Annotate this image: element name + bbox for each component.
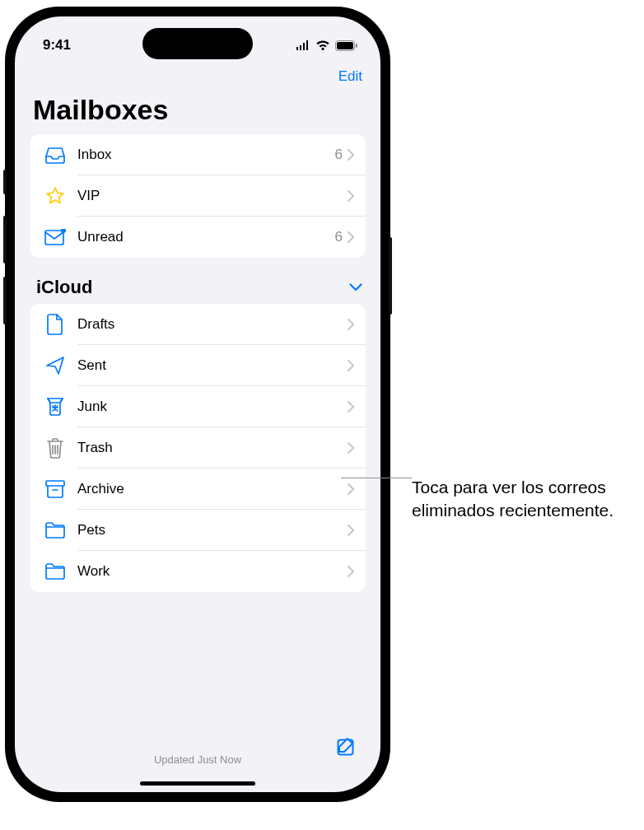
mailbox-label: Inbox <box>77 147 335 163</box>
chevron-right-icon <box>348 442 354 454</box>
wifi-icon <box>315 40 330 50</box>
phone-frame: 9:41 Edit Mailboxes Inbox 6 VIP Unread 6 <box>5 7 390 802</box>
cellular-icon <box>296 40 310 50</box>
star-icon <box>43 184 68 208</box>
sync-status: Updated Just Now <box>154 753 241 766</box>
chevron-right-icon <box>348 231 354 243</box>
folder-row-trash[interactable]: Trash <box>30 427 366 469</box>
archive-icon <box>43 477 68 501</box>
compose-button[interactable] <box>336 736 357 758</box>
folder-row-junk[interactable]: Junk <box>30 386 366 427</box>
callout-text: Toca para ver los correos eliminados rec… <box>412 476 626 523</box>
mailbox-row-inbox[interactable]: Inbox 6 <box>30 134 366 175</box>
sent-icon <box>43 353 68 378</box>
folder-row-sent[interactable]: Sent <box>30 345 366 386</box>
mailbox-label: Trash <box>77 440 348 456</box>
battery-icon <box>335 40 357 51</box>
nav-bar: Edit <box>15 58 380 92</box>
vol-up <box>3 216 7 263</box>
callout-leader <box>341 478 412 478</box>
mailbox-label: Junk <box>77 399 348 415</box>
side-button <box>389 237 392 315</box>
chevron-right-icon <box>348 149 354 161</box>
mailbox-label: Drafts <box>77 316 348 333</box>
svg-rect-5 <box>46 481 64 486</box>
chevron-right-icon <box>348 483 354 495</box>
folder-row-pets[interactable]: Pets <box>30 510 366 551</box>
dynamic-island <box>142 28 253 59</box>
smart-mailboxes-group: Inbox 6 VIP Unread 6 <box>30 134 366 258</box>
junk-icon <box>43 394 68 419</box>
compose-icon <box>336 736 357 758</box>
folder-row-work[interactable]: Work <box>30 551 366 592</box>
svg-rect-3 <box>45 231 63 245</box>
vol-down <box>3 277 7 324</box>
edit-button[interactable]: Edit <box>338 68 362 85</box>
mailbox-label: VIP <box>77 188 348 204</box>
mailbox-label: Unread <box>77 229 335 245</box>
page-title: Mailboxes <box>15 92 380 134</box>
mailbox-label: Work <box>77 563 348 580</box>
count-badge: 6 <box>335 229 343 245</box>
icloud-folders-group: Drafts Sent Junk Trash Archive Pets Wo <box>30 304 366 592</box>
chevron-right-icon <box>348 566 354 577</box>
chevron-right-icon <box>348 319 354 330</box>
folder-row-archive[interactable]: Archive <box>30 469 366 510</box>
svg-point-4 <box>61 229 66 233</box>
screen: 9:41 Edit Mailboxes Inbox 6 VIP Unread 6 <box>15 16 380 792</box>
chevron-right-icon <box>348 525 354 536</box>
mailbox-label: Pets <box>77 522 348 539</box>
status-time: 9:41 <box>43 37 71 54</box>
section-label: iCloud <box>36 277 92 298</box>
chevron-down-icon <box>349 283 362 291</box>
unread-icon <box>43 225 68 249</box>
trash-icon <box>43 436 68 460</box>
mute-switch <box>3 170 7 194</box>
mailbox-row-vip[interactable]: VIP <box>30 175 366 217</box>
folder-row-drafts[interactable]: Drafts <box>30 304 366 345</box>
home-indicator <box>140 781 255 786</box>
folder-icon <box>43 559 68 584</box>
draft-icon <box>43 312 68 337</box>
chevron-right-icon <box>348 190 354 202</box>
count-badge: 6 <box>335 147 343 163</box>
mailbox-row-unread[interactable]: Unread 6 <box>30 217 366 258</box>
mailbox-label: Sent <box>77 357 348 374</box>
svg-rect-1 <box>337 42 353 49</box>
svg-rect-2 <box>356 44 357 48</box>
folder-icon <box>43 518 68 543</box>
status-icons <box>296 40 357 51</box>
chevron-right-icon <box>348 360 354 371</box>
icloud-section-header[interactable]: iCloud <box>36 276 362 299</box>
mailbox-label: Archive <box>77 481 348 497</box>
inbox-icon <box>43 142 68 167</box>
chevron-right-icon <box>348 401 354 413</box>
